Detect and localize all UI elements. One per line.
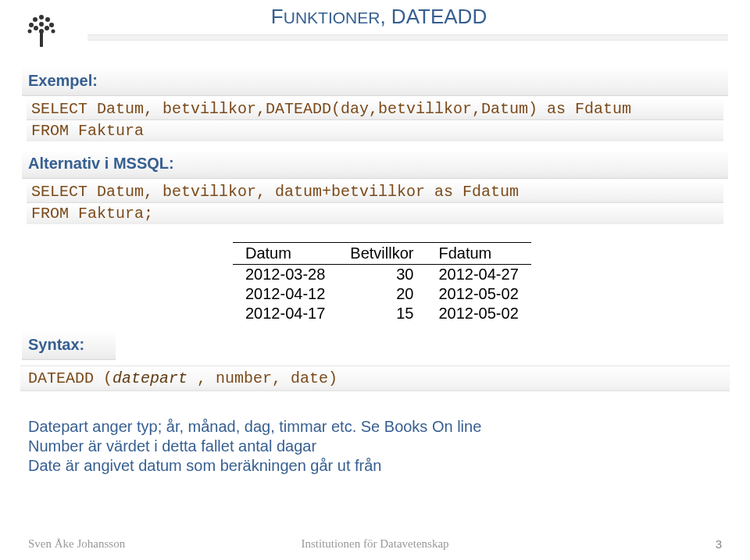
svg-point-4 [29,23,34,27]
syntax-label: Syntax: [28,336,84,354]
code-line: DATEADD (datepart , number, date) [20,366,730,391]
cell: 2012-04-12 [233,284,338,304]
cell: 20 [338,284,426,304]
syntax-code: DATEADD (datepart , number, date) [20,366,730,391]
svg-point-3 [45,17,50,22]
cell: 2012-04-27 [426,265,530,285]
table-header-row: Datum Betvillkor Fdatum [233,243,531,265]
col-header: Fdatum [426,243,530,265]
description-block: Datepart anger typ; år, månad, dag, timm… [28,417,719,476]
title-separator [88,34,728,41]
title-sep: , [380,5,391,28]
code-line: SELECT Datum, betvillkor, datum+betvillk… [27,181,723,203]
result-table: Datum Betvillkor Fdatum 2012-03-28 30 20… [233,242,531,323]
alt-label: Alternativ i MSSQL: [28,155,174,173]
footer: Sven Åke Johansson Institutionen för Dat… [28,537,722,551]
svg-point-1 [39,15,44,20]
table-row: 2012-04-17 15 2012-05-02 [233,304,531,323]
desc-line: Datepart anger typ; år, månad, dag, timm… [28,417,719,437]
code-line: SELECT Datum, betvillkor,DATEADD(day,bet… [27,98,723,120]
svg-point-7 [45,26,49,30]
svg-rect-0 [40,33,43,47]
logo-icon [22,9,61,48]
title-word1-cap: F [271,5,284,28]
cell: 2012-04-17 [233,304,338,323]
desc-line1a: Datepart anger typ; år, månad, dag, timm… [28,418,361,435]
cell: 2012-05-02 [426,284,530,304]
svg-point-2 [33,17,38,22]
desc-line: Number är värdet i detta fallet antal da… [28,437,719,456]
cell: 2012-05-02 [426,304,530,323]
svg-point-11 [39,29,44,34]
title-word2: DATEADD [391,5,487,28]
table-row: 2012-03-28 30 2012-04-27 [233,265,531,285]
col-header: Datum [233,243,338,265]
desc-line1b: Se Books On line [361,418,482,435]
svg-point-8 [39,22,44,27]
svg-point-6 [34,26,38,30]
desc-line: Date är angivet datum som beräkningen gå… [28,456,719,476]
code-line: FROM Faktura [27,120,723,141]
cell: 2012-03-28 [233,265,338,285]
svg-point-5 [49,23,54,27]
slide-page: FUNKTIONER, DATEADD Exempel: SELECT Datu… [0,0,750,560]
table-row: 2012-04-12 20 2012-05-02 [233,284,531,304]
page-number: 3 [716,537,722,551]
example-label-strip [22,67,728,96]
slide-title: FUNKTIONER, DATEADD [250,5,508,29]
cell: 30 [338,265,426,285]
example-label: Exempel: [28,72,98,90]
title-word1-rest: UNKTIONER [284,9,380,27]
svg-point-10 [52,30,55,34]
code-line: FROM Faktura; [27,203,723,224]
footer-institution: Institutionen för Datavetenskap [28,537,722,551]
syntax-func: DATEADD ( [28,369,112,387]
syntax-rest: , number, date) [197,369,338,387]
alt-code: SELECT Datum, betvillkor, datum+betvillk… [20,177,730,229]
example-code: SELECT Datum, betvillkor,DATEADD(day,bet… [20,94,730,146]
svg-point-9 [28,30,32,34]
syntax-arg: datepart [112,369,197,387]
col-header: Betvillkor [338,243,426,265]
cell: 15 [338,304,426,323]
